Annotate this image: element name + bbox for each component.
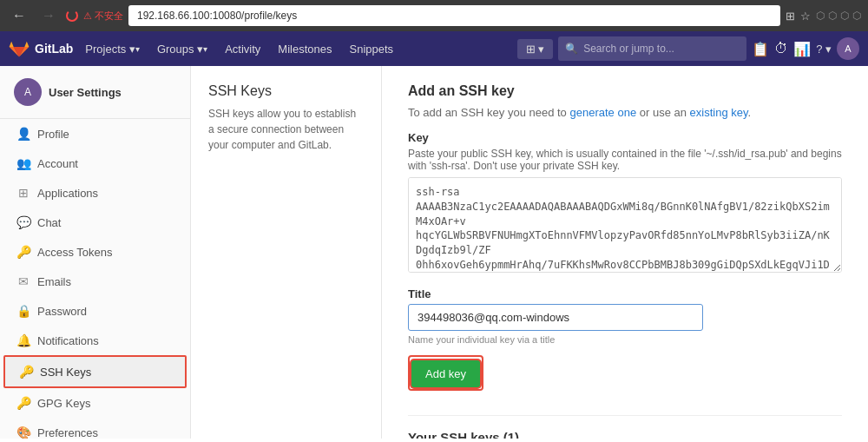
sidebar: A User Settings 👤 Profile 👥 Account ⊞ Ap…: [0, 66, 191, 439]
profile-icon: 👤: [16, 127, 30, 141]
tabs-button[interactable]: ⊞: [786, 10, 795, 23]
plus-button[interactable]: ⊞ ▾: [517, 39, 554, 59]
sidebar-item-chat[interactable]: 💬 Chat: [0, 208, 190, 237]
nav-activity[interactable]: Activity: [216, 31, 269, 66]
ssh-keys-page-title: SSH Keys: [208, 83, 364, 99]
nav-milestones[interactable]: Milestones: [269, 31, 340, 66]
title-field-label: Title: [408, 287, 842, 300]
sidebar-item-access-tokens-label: Access Tokens: [37, 246, 112, 259]
sidebar-item-gpg-keys-label: GPG Keys: [37, 397, 90, 410]
user-avatar-button[interactable]: A: [837, 37, 859, 60]
key-field-label: Key: [408, 131, 842, 144]
gitlab-logo[interactable]: GitLab: [9, 38, 73, 59]
key-field-hint: Paste your public SSH key, which is usua…: [408, 148, 842, 172]
applications-icon: ⊞: [16, 186, 30, 200]
search-bar[interactable]: 🔍: [558, 36, 746, 61]
right-content-panel: Add an SSH key To add an SSH key you nee…: [382, 66, 868, 439]
sidebar-item-notifications[interactable]: 🔔 Notifications: [0, 326, 190, 355]
password-icon: 🔒: [16, 304, 30, 318]
sidebar-item-chat-label: Chat: [37, 216, 61, 229]
left-content-panel: SSH Keys SSH keys allow you to establish…: [191, 66, 382, 439]
add-key-button-wrapper: Add key: [408, 355, 483, 391]
sidebar-user-header: A User Settings: [0, 66, 190, 119]
sidebar-item-applications[interactable]: ⊞ Applications: [0, 178, 190, 208]
browser-bar: ← → ⚠ 不安全 192.168.66.100:10080/profile/k…: [0, 0, 868, 31]
nav-projects[interactable]: Projects ▾: [76, 31, 148, 66]
nav-groups[interactable]: Groups ▾: [148, 31, 216, 66]
add-ssh-key-title: Add an SSH key: [408, 83, 842, 99]
sidebar-item-password[interactable]: 🔒 Password: [0, 296, 190, 326]
sidebar-item-ssh-keys[interactable]: 🔑 SSH Keys: [5, 357, 185, 386]
add-ssh-key-section: Add an SSH key To add an SSH key you nee…: [408, 83, 842, 391]
browser-action-icons: ⬡ ⬡ ⬡ ⬡: [816, 10, 861, 22]
sidebar-item-emails-label: Emails: [37, 275, 71, 288]
clock-button[interactable]: ⏱: [774, 41, 788, 56]
url-text: 192.168.66.100:10080/profile/keys: [137, 10, 297, 22]
notifications-icon: 🔔: [16, 333, 30, 347]
ssh-keys-description: SSH keys allow you to establish a secure…: [208, 106, 364, 153]
sidebar-item-preferences-label: Preferences: [37, 426, 98, 439]
sidebar-user-title: User Settings: [49, 86, 122, 99]
your-ssh-keys-section: Your SSH keys (1) 🔑 394498036@qq.com-jen…: [408, 415, 842, 439]
security-label: 不安全: [95, 10, 123, 23]
add-key-button[interactable]: Add key: [411, 360, 480, 387]
sidebar-item-profile[interactable]: 👤 Profile: [0, 119, 190, 148]
gitlab-navbar: GitLab Projects ▾ Groups ▾ Activity Mile…: [0, 31, 868, 66]
title-hint: Name your individual key via a title: [408, 334, 842, 345]
sidebar-item-password-label: Password: [37, 305, 87, 318]
help-button[interactable]: ? ▾: [816, 43, 832, 56]
graph-button[interactable]: 📊: [793, 41, 811, 57]
sidebar-item-applications-label: Applications: [37, 187, 98, 200]
sidebar-avatar: A: [14, 78, 42, 106]
sidebar-item-notifications-label: Notifications: [37, 334, 99, 347]
ssh-keys-highlight: 🔑 SSH Keys: [3, 355, 187, 388]
search-icon: 🔍: [565, 43, 578, 55]
gitlab-logo-text: GitLab: [35, 42, 73, 56]
nav-snippets[interactable]: Snippets: [340, 31, 402, 66]
forward-button[interactable]: →: [36, 6, 61, 25]
sidebar-item-preferences[interactable]: 🎨 Preferences: [0, 418, 190, 439]
main-layout: A User Settings 👤 Profile 👥 Account ⊞ Ap…: [0, 66, 868, 439]
preferences-icon: 🎨: [16, 426, 30, 439]
star-button[interactable]: ☆: [800, 10, 811, 23]
content-area: SSH Keys SSH keys allow you to establish…: [191, 66, 868, 439]
spinner-icon: [66, 10, 78, 22]
search-input[interactable]: [583, 43, 740, 55]
account-icon: 👥: [16, 156, 30, 170]
sidebar-item-emails[interactable]: ✉ Emails: [0, 267, 190, 296]
ssh-key-textarea[interactable]: ssh-rsa AAAAB3NzaC1yc2EAAAADAQABAAABAQDG…: [408, 177, 842, 273]
warning-icon: ⚠: [83, 10, 92, 22]
sidebar-item-account[interactable]: 👥 Account: [0, 148, 190, 178]
sidebar-item-account-label: Account: [37, 157, 78, 170]
gpg-keys-icon: 🔑: [16, 396, 30, 410]
existing-key-link[interactable]: existing key: [690, 106, 748, 119]
url-bar[interactable]: 192.168.66.100:10080/profile/keys: [128, 5, 780, 26]
clipboard-button[interactable]: 📋: [752, 41, 769, 57]
sidebar-item-ssh-keys-label: SSH Keys: [40, 366, 91, 379]
sidebar-nav: 👤 Profile 👥 Account ⊞ Applications 💬 Cha…: [0, 119, 190, 439]
gitlab-nav-items: Projects ▾ Groups ▾ Activity Milestones …: [76, 31, 402, 66]
security-warning: ⚠ 不安全: [83, 10, 123, 23]
ssh-keys-icon: 🔑: [19, 365, 33, 379]
access-tokens-icon: 🔑: [16, 245, 30, 259]
back-button[interactable]: ←: [7, 6, 31, 25]
emails-icon: ✉: [16, 274, 30, 288]
generate-link[interactable]: generate one: [569, 106, 636, 119]
chat-icon: 💬: [16, 215, 30, 229]
add-key-description: To add an SSH key you need to generate o…: [408, 106, 842, 119]
sidebar-item-access-tokens[interactable]: 🔑 Access Tokens: [0, 237, 190, 267]
sidebar-item-gpg-keys[interactable]: 🔑 GPG Keys: [0, 388, 190, 418]
your-ssh-keys-title: Your SSH keys (1): [408, 415, 842, 439]
title-input[interactable]: [408, 304, 703, 331]
sidebar-item-profile-label: Profile: [37, 128, 69, 141]
